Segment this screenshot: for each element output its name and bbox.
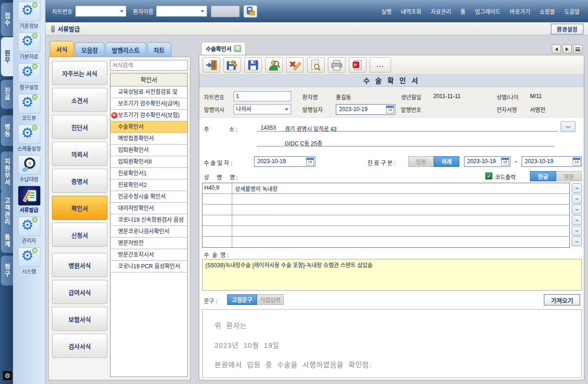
category-frequent-forms[interactable]: 자주쓰는 서식 [52,61,107,85]
calendar-icon[interactable]: 15 [573,158,581,166]
tab-list-button[interactable] [573,45,582,53]
tab-scroll-right-button[interactable] [562,45,572,53]
zip-value[interactable]: 14353 [261,125,276,131]
tab-scroll-left-button[interactable] [552,45,561,53]
save-edit-button[interactable] [223,57,241,73]
menu-help[interactable]: 도움말 [564,7,580,15]
save-button[interactable] [244,57,262,73]
list-item[interactable]: 예방접종확인서 [111,133,187,145]
delete-button[interactable] [286,57,304,73]
module-tab-support[interactable]: 지원부서 [1,152,13,192]
care-to-date-input[interactable]: 2023-10-1915 [522,156,582,167]
menu-item-system[interactable]: ⚙⚙ 시스템 [14,247,45,278]
module-tab-reception[interactable]: 접수 [1,3,13,36]
preview-button[interactable] [307,57,325,73]
print-button[interactable] [328,57,346,73]
doctor-select[interactable]: 나의사 [234,104,291,114]
module-tab-stats[interactable]: 통계 [1,229,13,253]
surgery-date-input[interactable]: 2023-10-1915 [254,156,315,167]
list-item[interactable]: 코로나19 PCR 음성확인서 [111,261,187,272]
list-item[interactable]: 대리처방확인서 [111,203,187,214]
menu-item-receipt-ledger[interactable]: 9 수납대장 [14,155,45,186]
blank-button[interactable] [211,6,240,17]
tab-collection[interactable]: 모음장 [75,42,105,57]
list-item[interactable]: 코로나19 신속항원검사 음성 [111,214,187,226]
menu-item-manager[interactable]: ⚙⚙ 관리자 [14,217,45,247]
menu-tools[interactable]: 툴 [460,7,465,15]
list-item[interactable]: 방문간호지시서 [111,249,187,261]
care-type-outpatient-button[interactable]: 외래 [434,156,459,167]
diagnosis-row[interactable] [203,237,569,247]
list-item[interactable]: 영문코로나검사확인서 [111,226,187,238]
lang-korean-button[interactable]: 한글 [530,171,556,181]
category-benefit-forms[interactable]: 급여서식 [52,280,107,304]
category-opinion[interactable]: 소견서 [52,88,107,112]
module-tab-treatment[interactable]: 진료 [1,80,13,109]
lang-english-button[interactable]: 영문 [556,171,582,181]
settings-gear-icon[interactable]: ⚙ [2,371,13,381]
category-exam-forms[interactable]: 검사서식 [52,334,107,358]
diagnosis-search-button[interactable]: .. [572,237,582,246]
category-confirmation[interactable]: 확인서 [52,196,107,220]
category-diagnosis[interactable]: 진단서 [52,115,107,139]
tab-forms[interactable]: 서식 [50,41,74,57]
address-line2[interactable]: GIDC C동 25층 [285,139,322,147]
environment-settings-button[interactable]: 환경설정 [551,24,583,34]
diagnosis-search-button[interactable]: .. [572,205,582,214]
module-tab-billing[interactable]: 청구 [1,256,13,285]
diagnosis-row[interactable] [203,194,569,205]
sms-send-button[interactable] [243,5,257,18]
diagnosis-search-button[interactable]: .. [572,183,582,193]
tab-issue-list[interactable]: 발행리스트 [105,42,146,57]
close-icon[interactable]: × [234,45,241,52]
diagnosis-row[interactable] [203,205,569,215]
module-tab-admin[interactable]: 원무 [1,37,13,76]
menu-run[interactable]: 실행 [381,7,392,15]
list-item[interactable]: 교육상담료 사전점검표 및 [111,86,187,98]
calendar-icon[interactable]: 15 [501,158,509,166]
surgery-name-textarea[interactable]: (S5039)녹내장수술 [레이저사용 수술 포함]-녹내장 슈렘관 스텐트 삽… [202,259,582,291]
care-type-inpatient-button[interactable]: 입원 [408,156,434,167]
menu-data-management[interactable]: 자료관리 [431,7,451,15]
issue-date-input[interactable]: 2023-10-1915 [336,104,395,115]
menu-upgrade[interactable]: 업그레이드 [475,7,500,15]
phrase-fixed-button[interactable]: 고정문구 [227,294,257,305]
module-tab-ward[interactable]: 병동 [1,115,13,146]
menu-item-code-view[interactable]: ⚙⚙ 코드뷰 [14,94,45,125]
list-item[interactable]: 진료확인서2 [111,179,187,191]
diagnosis-search-button[interactable]: .. [572,194,582,204]
menu-item-base-info[interactable]: ⚙⚙ 기준정보 [14,2,45,33]
tab-chart[interactable]: 차트 [147,42,171,57]
address-search-button[interactable]: ... [561,121,575,132]
menu-shortcut[interactable]: 바로가기 [510,7,530,15]
menu-shopping[interactable]: 쇼핑몰 [540,7,555,15]
menu-item-schedule-settings[interactable]: ⚙⚙ 스케쥴설정 [14,125,45,155]
phrase-manual-button[interactable]: 직접입력 [257,294,284,305]
list-item[interactable]: 입퇴원확인서 [111,145,187,156]
category-certificate[interactable]: 증명서 [52,169,107,193]
calendar-icon[interactable]: 15 [306,158,314,166]
diagnosis-row[interactable] [203,215,569,226]
category-referral[interactable]: 의뢰서 [52,142,107,166]
care-from-date-input[interactable]: 2023-10-1915 [464,156,510,167]
diagnosis-search-button[interactable]: .. [572,215,582,225]
fetch-button[interactable]: 가져오기 [544,294,580,305]
menu-item-basic-data[interactable]: ⚙⚙ 기본자료 [14,33,45,63]
menu-item-claim-settings[interactable]: ⚙⚙ 청구설정 [14,63,45,94]
code-print-checkbox[interactable]: ✓ [485,172,492,179]
list-item[interactable]: 인공수정시술 확인서 [111,191,187,203]
category-application[interactable]: 신청서 [52,223,107,247]
list-item[interactable]: 입퇴원확인서II [111,156,187,168]
diagnosis-row[interactable] [203,226,569,237]
list-item[interactable]: 영문처방전 [111,238,187,249]
menu-history[interactable]: 내역조회 [401,7,421,15]
patient-search-button[interactable] [265,57,283,73]
category-insurance-forms[interactable]: 보험서식 [52,307,107,331]
category-hospital-forms[interactable]: 병원서식 [52,253,107,277]
list-item-selected[interactable]: 수술확인서 [111,121,187,133]
diagnosis-search-button[interactable]: .. [572,226,582,236]
calendar-icon[interactable]: 15 [386,106,394,113]
menu-item-document-issue[interactable]: 서류발급 [14,186,45,217]
module-tab-crm[interactable]: 고객관리 [1,191,13,232]
patient-name-combobox[interactable] [156,6,207,17]
